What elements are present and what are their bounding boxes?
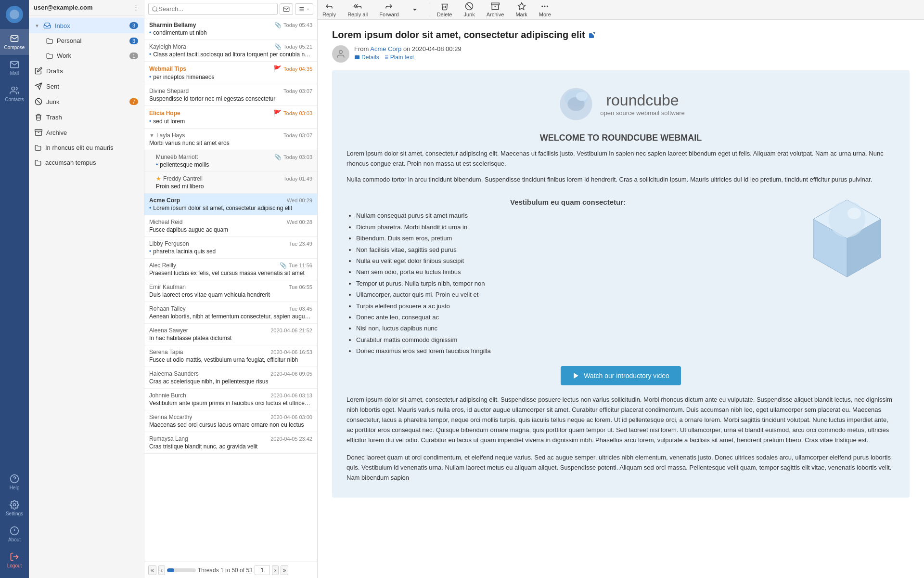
email-item[interactable]: Webmail Tips 🚩 Today 04:35 per inceptos … — [144, 62, 317, 84]
email-item[interactable]: Serena Tapia 2020-04-06 16:53 Fusce ut o… — [144, 345, 317, 367]
plain-text-link[interactable]: Plain text — [383, 54, 414, 61]
email-item[interactable]: Haleema Saunders 2020-04-06 09:05 Cras a… — [144, 367, 317, 389]
help-label: Help — [10, 485, 20, 490]
envelope-options-btn[interactable] — [280, 3, 293, 15]
folder-item-accumsan[interactable]: accumsan tempus — [29, 155, 144, 170]
sidebar-logout[interactable]: Logout — [7, 547, 22, 573]
list-options-btn[interactable] — [295, 3, 313, 15]
email-sender: Freddy Cantrell — [163, 175, 203, 182]
email-item[interactable]: Rohaan Talley Tue 03:45 Aenean lobortis,… — [144, 302, 317, 324]
nav-last-btn[interactable]: » — [281, 565, 289, 575]
email-item[interactable]: Divine Shepard Today 03:07 Suspendisse i… — [144, 84, 317, 106]
external-link-icon[interactable] — [588, 31, 596, 39]
email-item[interactable]: Johnnie Burch 2020-04-06 03:13 Vestibulu… — [144, 389, 317, 410]
folder-item-personal[interactable]: Personal 3 — [29, 33, 144, 48]
sidebar-mail[interactable]: Mail — [0, 55, 29, 81]
junk-toolbar-label: Junk — [463, 12, 475, 17]
email-item[interactable]: Kayleigh Mora 📎 Today 05:21 Class aptent… — [144, 40, 317, 62]
reply-all-button[interactable]: Reply all — [343, 0, 372, 19]
email-item[interactable]: Muneeb Marriott 📎 Today 03:03 pellentesq… — [144, 150, 317, 172]
from-link[interactable]: Acme Corp — [370, 45, 401, 53]
junk-button[interactable]: Junk — [459, 0, 479, 19]
svg-marker-26 — [518, 3, 525, 10]
more-button[interactable]: More — [534, 0, 556, 19]
email-item[interactable]: Rumaysa Lang 2020-04-05 23:42 Cras trist… — [144, 432, 317, 454]
email-time: 2020-04-06 03:00 — [270, 414, 312, 420]
sidebar-settings[interactable]: Settings — [0, 495, 29, 521]
svg-rect-15 — [35, 130, 42, 131]
email-sender: Micheal Reid — [149, 219, 182, 225]
reply-button[interactable]: Reply — [318, 0, 341, 19]
email-item-selected[interactable]: Acme Corp Wed 00:29 Lorem ipsum dolor si… — [144, 194, 317, 215]
archive-button[interactable]: Archive — [482, 0, 509, 19]
body-para1: Lorem ipsum dolor sit amet, consectetur … — [346, 149, 895, 169]
cube-decoration — [799, 190, 895, 288]
user-email: user@example.com — [34, 4, 93, 11]
email-time: Today 04:35 — [283, 66, 312, 72]
email-subject: Praesent luctus ex felis, vel cursus mas… — [149, 270, 312, 276]
reply-all-icon — [353, 2, 362, 11]
email-meta-info: From Acme Corp on 2020-04-08 00:29 Detai… — [354, 45, 462, 61]
email-item[interactable]: Micheal Reid Wed 00:28 Fusce dapibus aug… — [144, 215, 317, 237]
email-sender: Acme Corp — [149, 197, 180, 204]
folder-item-inbox[interactable]: ▼ Inbox 3 — [29, 18, 144, 33]
thread-collapse-icon[interactable]: ▼ — [149, 132, 154, 138]
mark-button[interactable]: Mark — [511, 0, 532, 19]
email-item[interactable]: Libby Ferguson Tue 23:49 pharetra lacini… — [144, 237, 317, 259]
nav-next-btn[interactable]: › — [272, 565, 279, 575]
email-item[interactable]: Elicia Hope 🚩 Today 03:03 sed ut lorem — [144, 106, 317, 129]
svg-point-31 — [339, 51, 343, 54]
email-item[interactable]: Emir Kaufman Tue 06:55 Duis laoreet eros… — [144, 280, 317, 302]
folder-item-rhoncus[interactable]: In rhoncus elit eu mauris — [29, 140, 144, 155]
folder-options-icon[interactable]: ⋮ — [133, 4, 139, 11]
folder-item-drafts[interactable]: Drafts — [29, 63, 144, 79]
email-item[interactable]: Alec Reilly 📎 Tue 11:56 Praesent luctus … — [144, 259, 317, 280]
folder-icon — [35, 144, 41, 151]
search-input[interactable] — [158, 5, 274, 13]
sidebar-help[interactable]: Help — [0, 469, 29, 495]
details-link[interactable]: Details — [354, 54, 379, 61]
email-items: Sharmin Bellamy 📎 Today 05:43 condimentu… — [144, 18, 317, 562]
sidebar-about[interactable]: About — [7, 521, 22, 547]
email-item[interactable]: Sienna Mccarthy 2020-04-06 03:00 Maecena… — [144, 410, 317, 432]
forward-dropdown-button[interactable] — [406, 3, 424, 16]
folder-item-junk[interactable]: Junk 7 — [29, 94, 144, 109]
roundcube-logo — [557, 85, 595, 123]
email-subject: per inceptos himenaeos — [149, 74, 312, 80]
email-item[interactable]: Aleena Sawyer 2020-04-06 21:52 In hac ha… — [144, 324, 317, 345]
email-item[interactable]: ★ Freddy Cantrell Today 01:49 Proin sed … — [144, 172, 317, 194]
text-icon — [383, 54, 389, 60]
folder-item-archive[interactable]: Archive — [29, 125, 144, 140]
forward-button[interactable]: Forward — [374, 0, 403, 19]
delete-label: Delete — [437, 12, 452, 17]
folder-item-trash[interactable]: Trash — [29, 109, 144, 125]
email-item[interactable]: ▼ Layla Hays Today 03:07 Morbi varius nu… — [144, 129, 317, 150]
email-time: Today 03:03 — [283, 110, 312, 116]
email-sender: Serena Tapia — [149, 349, 183, 355]
email-sender: Muneeb Marriott — [156, 154, 198, 160]
nav-first-btn[interactable]: « — [148, 565, 156, 575]
search-box[interactable] — [148, 3, 278, 15]
folder-item-sent[interactable]: Sent — [29, 79, 144, 94]
email-subject: Class aptent taciti sociosqu ad litora t… — [149, 51, 312, 58]
welcome-heading: WELCOME TO ROUNDCUBE WEBMAIL — [346, 133, 895, 143]
page-input[interactable] — [255, 565, 270, 575]
email-list-toolbar — [144, 0, 317, 18]
email-subject: Lorem ipsum dolor sit amet, consectetur … — [149, 205, 312, 211]
email-sender: Alec Reilly — [149, 262, 176, 269]
nav-prev-btn[interactable]: ‹ — [158, 565, 165, 575]
folder-item-work[interactable]: Work 1 — [29, 48, 144, 63]
email-sender: Johnnie Burch — [149, 392, 186, 399]
email-time: 2020-04-06 16:53 — [270, 349, 312, 355]
email-item[interactable]: Sharmin Bellamy 📎 Today 05:43 condimentu… — [144, 18, 317, 40]
svg-point-47 — [847, 208, 861, 219]
email-subject: pharetra lacinia quis sed — [149, 248, 312, 255]
sidebar-compose[interactable]: Compose — [0, 29, 29, 55]
email-time: 2020-04-06 09:05 — [270, 371, 312, 377]
list-item: Curabitur mattis commodo dignissim — [356, 334, 789, 345]
watch-video-button[interactable]: Watch our introductory video — [561, 366, 681, 385]
envelope-small-icon — [354, 54, 360, 60]
delete-button[interactable]: Delete — [432, 0, 457, 19]
sidebar-contacts[interactable]: Contacts — [0, 81, 29, 107]
reply-all-label: Reply all — [347, 12, 368, 17]
